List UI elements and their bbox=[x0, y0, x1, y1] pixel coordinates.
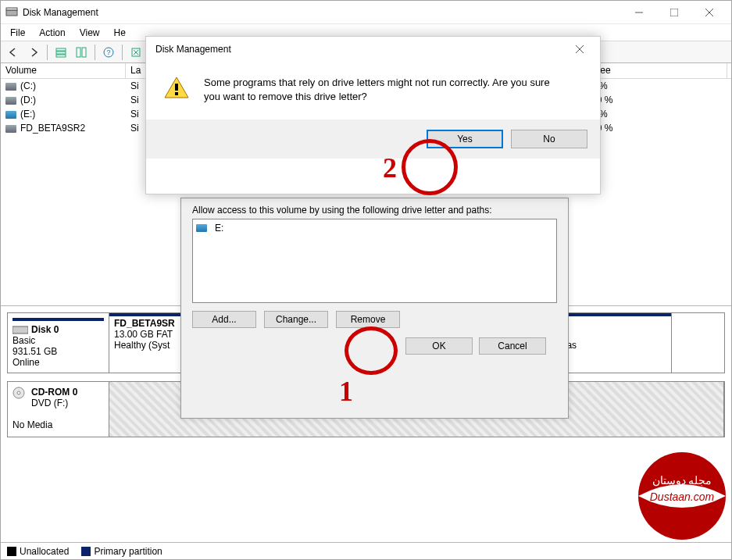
view-graphical-button[interactable] bbox=[72, 44, 91, 61]
confirm-close-button[interactable] bbox=[564, 38, 595, 60]
svg-rect-3 bbox=[670, 9, 678, 16]
svg-rect-14 bbox=[12, 326, 28, 334]
svg-rect-9 bbox=[77, 48, 80, 57]
disk0-type: Basic bbox=[12, 335, 35, 346]
drive-letter-dialog: Allow access to this volume by using the… bbox=[180, 198, 569, 419]
close-button[interactable] bbox=[691, 2, 727, 23]
separator bbox=[95, 45, 95, 60]
svg-point-16 bbox=[17, 391, 20, 394]
cdrom-title: CD-ROM 0 bbox=[31, 387, 77, 398]
cdrom-icon bbox=[12, 387, 28, 399]
add-button[interactable]: Add... bbox=[192, 311, 256, 328]
back-button[interactable] bbox=[4, 44, 23, 61]
minimize-button[interactable] bbox=[621, 2, 656, 23]
svg-text:?: ? bbox=[106, 48, 110, 56]
svg-rect-20 bbox=[175, 92, 178, 95]
window-buttons bbox=[621, 2, 727, 23]
cdrom-label: CD-ROM 0 DVD (F:) No Media bbox=[8, 382, 109, 437]
legend-primary: Primary partition bbox=[94, 546, 162, 557]
col-volume[interactable]: Volume bbox=[1, 63, 126, 78]
forward-button[interactable] bbox=[24, 44, 43, 61]
remove-button[interactable]: Remove bbox=[336, 311, 400, 328]
watermark-badge: مجله دوستان Dustaan.com bbox=[635, 449, 729, 543]
menu-file[interactable]: File bbox=[9, 26, 27, 40]
menu-help[interactable]: He bbox=[112, 26, 127, 40]
drive-letter-instruction: Allow access to this volume by using the… bbox=[192, 205, 557, 216]
confirm-title: Disk Management bbox=[151, 44, 564, 55]
view-list-button[interactable] bbox=[52, 44, 70, 61]
svg-rect-1 bbox=[6, 8, 17, 10]
disk0-size: 931.51 GB bbox=[12, 346, 57, 357]
confirm-titlebar: Disk Management bbox=[146, 37, 600, 62]
drive-letter-item-label: E: bbox=[215, 223, 223, 234]
help-button[interactable]: ? bbox=[99, 44, 118, 61]
maximize-button[interactable] bbox=[656, 2, 691, 23]
change-button[interactable]: Change... bbox=[264, 311, 328, 328]
no-button[interactable]: No bbox=[511, 130, 587, 148]
refresh-button[interactable] bbox=[127, 44, 145, 61]
disk-icon bbox=[12, 324, 28, 335]
cdrom-type: DVD (F:) bbox=[31, 398, 68, 408]
col-free[interactable]: Free bbox=[587, 63, 727, 78]
main-titlebar: Disk Management bbox=[1, 1, 731, 24]
disk0-status: Online bbox=[12, 357, 40, 368]
menu-view[interactable]: View bbox=[78, 26, 102, 40]
main-title: Disk Management bbox=[23, 7, 621, 18]
svg-rect-7 bbox=[56, 52, 66, 54]
disk0-label: Disk 0 Basic 931.51 GB Online bbox=[8, 313, 109, 373]
svg-rect-19 bbox=[175, 84, 178, 91]
drive-icon bbox=[196, 224, 207, 232]
drive-letter-listbox[interactable]: E: bbox=[192, 219, 557, 303]
svg-rect-10 bbox=[82, 48, 86, 57]
legend: Unallocated Primary partition bbox=[1, 542, 731, 559]
warning-icon bbox=[163, 76, 190, 99]
cdrom-status: No Media bbox=[12, 419, 52, 430]
list-item[interactable]: E: bbox=[196, 223, 553, 234]
svg-text:مجله دوستان: مجله دوستان bbox=[652, 474, 712, 487]
svg-rect-0 bbox=[6, 10, 17, 16]
cancel-button[interactable]: Cancel bbox=[479, 337, 546, 355]
yes-button[interactable]: Yes bbox=[427, 130, 503, 148]
legend-unallocated: Unallocated bbox=[20, 546, 69, 557]
svg-text:Dustaan.com: Dustaan.com bbox=[650, 490, 715, 503]
confirm-remove-dialog: Disk Management Some programs that rely … bbox=[145, 36, 601, 194]
app-icon bbox=[5, 6, 18, 19]
disk0-title: Disk 0 bbox=[31, 324, 59, 335]
separator bbox=[47, 45, 48, 60]
confirm-message: Some programs that rely on drive letters… bbox=[204, 76, 555, 104]
svg-rect-8 bbox=[56, 55, 66, 57]
ok-button[interactable]: OK bbox=[405, 337, 473, 355]
separator bbox=[122, 45, 123, 60]
svg-rect-6 bbox=[56, 48, 66, 51]
menu-action[interactable]: Action bbox=[37, 26, 66, 40]
